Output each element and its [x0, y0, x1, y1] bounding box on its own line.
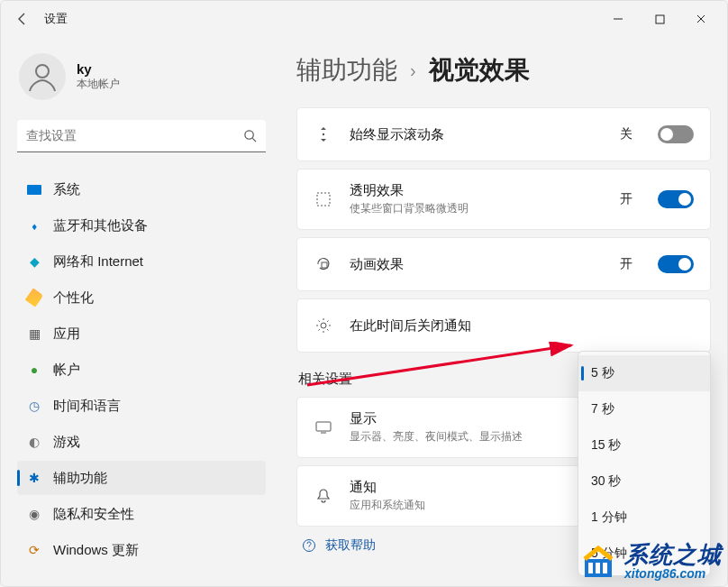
close-button[interactable] [680, 5, 722, 33]
accessibility-icon: ✱ [26, 470, 42, 486]
svg-rect-13 [603, 563, 607, 573]
setting-title: 动画效果 [350, 256, 604, 273]
dropdown-option[interactable]: 5 秒 [578, 355, 710, 391]
accounts-icon: ● [26, 362, 42, 378]
toggle-state-label: 开 [620, 191, 632, 207]
watermark-name: 系统之城 [624, 543, 722, 567]
dropdown-option[interactable]: 30 秒 [578, 463, 710, 500]
gaming-icon: ◐ [26, 434, 42, 450]
help-link-label: 获取帮助 [325, 537, 376, 554]
sidebar-item-accessibility[interactable]: ✱辅助功能 [17, 461, 266, 495]
transparency-toggle[interactable] [658, 190, 694, 208]
svg-rect-7 [316, 422, 331, 431]
minimize-button[interactable] [597, 5, 639, 33]
maximize-button[interactable] [639, 5, 680, 33]
sidebar-item-update[interactable]: ⟳Windows 更新 [17, 533, 266, 567]
apps-icon: ▦ [26, 326, 42, 342]
sidebar-item-label: 帐户 [53, 362, 80, 379]
dropdown-option[interactable]: 7 秒 [578, 391, 710, 427]
svg-rect-5 [322, 262, 327, 268]
brush-icon [26, 289, 42, 306]
update-icon: ⟳ [26, 542, 42, 558]
shield-icon: ◉ [26, 506, 42, 522]
brightness-icon [314, 316, 333, 335]
system-icon [26, 181, 42, 197]
setting-title: 在此时间后关闭通知 [350, 317, 694, 335]
avatar [19, 53, 66, 100]
app-title: 设置 [44, 11, 68, 27]
user-name: ky [77, 61, 120, 77]
svg-point-3 [323, 133, 324, 135]
sidebar-item-label: 应用 [53, 326, 80, 343]
main-content: 辅助功能 › 视觉效果 始终显示滚动条 关 透明效果 使某些窗口背景略微透明 开 [280, 37, 727, 586]
wifi-icon: ◆ [26, 253, 42, 270]
setting-subtitle: 使某些窗口背景略微透明 [350, 201, 604, 216]
person-icon [24, 59, 60, 95]
sidebar-item-label: 蓝牙和其他设备 [53, 217, 148, 234]
animation-icon [314, 256, 333, 272]
svg-rect-0 [656, 15, 664, 23]
display-icon [314, 420, 333, 435]
sidebar-item-label: 时间和语言 [53, 398, 121, 415]
user-profile[interactable]: ky 本地帐户 [19, 53, 266, 100]
sidebar-item-label: 个性化 [53, 289, 94, 307]
search-icon [243, 129, 257, 142]
toggle-state-label: 关 [620, 126, 632, 142]
breadcrumb-parent[interactable]: 辅助功能 [296, 53, 397, 87]
watermark-logo-icon [579, 543, 617, 581]
chevron-right-icon: › [410, 60, 416, 81]
sidebar: ky 本地帐户 查找设置 系统 ⬧蓝牙和其他设备 ◆网络和 Internet 个… [1, 37, 280, 586]
arrow-left-icon [15, 12, 30, 26]
watermark-url: xitong86.com [624, 567, 722, 581]
sidebar-item-network[interactable]: ◆网络和 Internet [17, 244, 266, 279]
minimize-icon [613, 14, 623, 24]
setting-title: 透明效果 [350, 182, 604, 199]
animation-toggle[interactable] [658, 255, 694, 273]
svg-rect-11 [588, 563, 593, 573]
nav-list: 系统 ⬧蓝牙和其他设备 ◆网络和 Internet 个性化 ▦应用 ●帐户 ◷时… [17, 172, 266, 567]
sidebar-item-apps[interactable]: ▦应用 [17, 316, 266, 351]
sidebar-item-label: 辅助功能 [53, 470, 107, 487]
scrollbars-toggle[interactable] [658, 125, 694, 143]
search-placeholder: 查找设置 [26, 128, 243, 144]
maximize-icon [655, 14, 665, 24]
titlebar: 设置 [1, 1, 727, 37]
svg-rect-12 [596, 563, 600, 573]
search-input[interactable]: 查找设置 [17, 120, 266, 152]
sidebar-item-label: 网络和 Internet [53, 253, 143, 271]
setting-animation[interactable]: 动画效果 开 [296, 237, 711, 291]
breadcrumb: 辅助功能 › 视觉效果 [296, 53, 711, 87]
sidebar-item-label: 游戏 [53, 434, 80, 451]
sidebar-item-label: Windows 更新 [53, 542, 139, 559]
svg-point-6 [321, 323, 326, 328]
setting-scrollbars[interactable]: 始终显示滚动条 关 [296, 107, 711, 161]
sidebar-item-gaming[interactable]: ◐游戏 [17, 425, 266, 459]
sidebar-item-time[interactable]: ◷时间和语言 [17, 389, 266, 423]
breadcrumb-current: 视觉效果 [429, 53, 530, 87]
dropdown-option[interactable]: 15 秒 [578, 427, 710, 463]
settings-window: 设置 ky 本地帐户 查找设置 系统 ⬧ [0, 0, 728, 587]
help-icon [302, 538, 316, 553]
sidebar-item-system[interactable]: 系统 [17, 172, 266, 206]
bell-icon [314, 488, 333, 504]
sidebar-item-personalization[interactable]: 个性化 [17, 280, 266, 315]
sidebar-item-privacy[interactable]: ◉隐私和安全性 [17, 497, 266, 531]
user-account-type: 本地帐户 [77, 77, 120, 92]
clock-icon: ◷ [26, 398, 42, 414]
setting-notify-timeout[interactable]: 在此时间后关闭通知 [296, 298, 711, 353]
scrollbar-icon [314, 125, 333, 143]
setting-title: 始终显示滚动条 [350, 126, 604, 143]
back-button[interactable] [6, 3, 39, 35]
dropdown-option[interactable]: 1 分钟 [578, 500, 710, 536]
svg-point-1 [36, 65, 49, 78]
bluetooth-icon: ⬧ [26, 217, 42, 234]
sidebar-item-label: 系统 [53, 181, 80, 198]
sidebar-item-label: 隐私和安全性 [53, 506, 134, 523]
svg-rect-4 [317, 193, 330, 206]
toggle-state-label: 开 [620, 256, 632, 272]
sidebar-item-accounts[interactable]: ●帐户 [17, 353, 266, 387]
sidebar-item-bluetooth[interactable]: ⬧蓝牙和其他设备 [17, 208, 266, 243]
watermark: 系统之城 xitong86.com [579, 543, 722, 581]
svg-point-2 [245, 131, 253, 139]
setting-transparency[interactable]: 透明效果 使某些窗口背景略微透明 开 [296, 169, 711, 230]
